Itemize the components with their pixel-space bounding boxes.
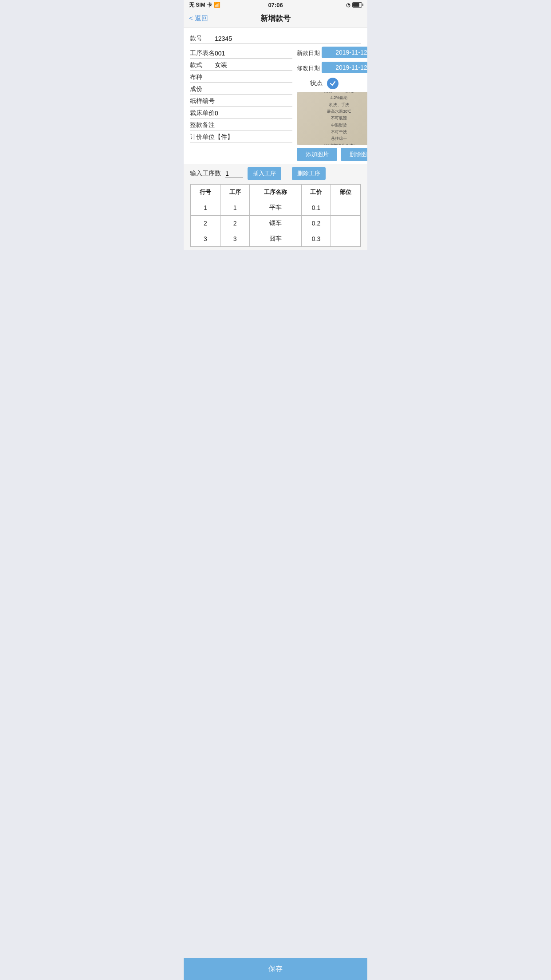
xiugai-row: 修改日期 2019-11-12 [297, 62, 367, 75]
chengfen-field-row: 成份 [190, 83, 292, 95]
battery-icon [352, 2, 362, 8]
kuanshi-label: 款式 [190, 61, 215, 69]
jijia-input[interactable] [215, 134, 292, 141]
caichuang-input[interactable] [215, 110, 292, 117]
th-buwei: 部位 [331, 185, 361, 200]
fabric-image: 成份: 95.8%涤纶4.2%氨纶机洗、手洗最高水温30℃不可氯漂中温熨烫不可干… [297, 92, 367, 145]
delete-process-button[interactable]: 删除工序 [292, 167, 326, 180]
xiugai-label: 修改日期 [297, 64, 320, 72]
td-gongxumingcheng: 平车 [250, 200, 301, 216]
beizhu-field-row: 整款备注 [190, 119, 292, 130]
td-hanghao: 3 [191, 231, 220, 247]
status-right: ◔ [346, 2, 362, 8]
insert-process-button[interactable]: 插入工序 [248, 167, 281, 180]
kuanshi-input[interactable] [215, 62, 292, 69]
battery-fill [353, 3, 359, 7]
th-hanghao: 行号 [191, 185, 220, 200]
status-left: 无 SIM 卡 📶 [189, 1, 220, 9]
td-gongxu: 1 [220, 200, 250, 216]
th-gongjia: 工价 [301, 185, 331, 200]
table-row[interactable]: 1 1 平车 0.1 [191, 200, 361, 216]
td-gongjia: 0.1 [301, 200, 331, 216]
jijia-field-row: 计价单位 [190, 130, 292, 142]
process-input-row: 输入工序数 插入工序 删除工序 [190, 167, 361, 180]
td-gongxu: 2 [220, 216, 250, 231]
td-buwei [331, 231, 361, 247]
fabric-image-content: 成份: 95.8%涤纶4.2%氨纶机洗、手洗最高水温30℃不可氯漂中温熨烫不可干… [297, 92, 367, 145]
add-image-button[interactable]: 添加图片 [297, 148, 337, 161]
status-check[interactable] [327, 78, 338, 89]
delete-image-button[interactable]: 删除图片 [341, 148, 367, 161]
td-gongxu: 3 [220, 231, 250, 247]
image-btn-row: 添加图片 删除图片 [297, 148, 367, 161]
beizhu-label: 整款备注 [190, 121, 215, 129]
th-gongxumingcheng: 工序名称 [250, 185, 301, 200]
zhiyang-field-row: 纸样编号 [190, 95, 292, 107]
td-hanghao: 1 [191, 200, 220, 216]
right-col: 新款日期 2019-11-12 修改日期 2019-11-12 状态 [297, 47, 367, 161]
td-buwei [331, 200, 361, 216]
location-icon: ◔ [346, 2, 350, 8]
wifi-icon: 📶 [214, 2, 220, 8]
table-header: 行号 工序 工序名称 工价 部位 [191, 185, 361, 200]
zhuangtai-row: 状态 [297, 78, 367, 89]
zhiyang-label: 纸样编号 [190, 97, 215, 105]
kuanhao-field-row: 款号 [190, 32, 361, 44]
table-body: 1 1 平车 0.1 2 2 锻车 0.2 3 3 囧车 0.3 [191, 200, 361, 247]
check-icon [329, 80, 336, 87]
th-gongxu: 工序 [220, 185, 250, 200]
process-section: 输入工序数 插入工序 删除工序 行号 工序 工序名称 工价 部位 1 1 平车 … [184, 164, 367, 250]
buzhong-label: 布种 [190, 73, 215, 81]
jijia-label: 计价单位 [190, 133, 215, 141]
kuanhao-label: 款号 [190, 35, 215, 43]
kuanhao-input[interactable] [215, 35, 361, 42]
xinkuan-date-btn[interactable]: 2019-11-12 [322, 47, 367, 58]
mid-section: 工序表名 款式 布种 成份 纸样编号 [190, 44, 361, 164]
bottom-spacer [184, 250, 367, 277]
buzhong-field-row: 布种 [190, 71, 292, 83]
caichuang-field-row: 裁床单价 [190, 107, 292, 119]
back-button[interactable]: < 返回 [189, 14, 208, 23]
beizhu-input[interactable] [215, 122, 292, 129]
gongxu-input[interactable] [215, 50, 292, 57]
xinkuan-row: 新款日期 2019-11-12 [297, 47, 367, 60]
process-count-input[interactable] [225, 170, 243, 178]
page-title: 新增款号 [260, 13, 291, 24]
caichuang-label: 裁床单价 [190, 109, 215, 117]
kuanshi-field-row: 款式 [190, 59, 292, 71]
process-table: 行号 工序 工序名称 工价 部位 1 1 平车 0.1 2 2 锻车 0.2 3… [190, 184, 361, 247]
gongxu-label: 工序表名 [190, 49, 215, 57]
table-row[interactable]: 3 3 囧车 0.3 [191, 231, 361, 247]
xiugai-date-btn[interactable]: 2019-11-12 [322, 62, 367, 73]
td-gongxumingcheng: 锻车 [250, 216, 301, 231]
process-input-label: 输入工序数 [190, 170, 221, 178]
left-col: 工序表名 款式 布种 成份 纸样编号 [190, 47, 292, 161]
status-bar: 无 SIM 卡 📶 07:06 ◔ [184, 0, 367, 10]
table-header-row: 行号 工序 工序名称 工价 部位 [191, 185, 361, 200]
td-gongxumingcheng: 囧车 [250, 231, 301, 247]
td-buwei [331, 216, 361, 231]
process-table-wrap: 行号 工序 工序名称 工价 部位 1 1 平车 0.1 2 2 锻车 0.2 3… [190, 184, 361, 247]
table-row[interactable]: 2 2 锻车 0.2 [191, 216, 361, 231]
zhuangtai-label: 状态 [310, 79, 323, 87]
zhiyang-input[interactable] [215, 98, 292, 105]
buzhong-input[interactable] [215, 74, 292, 81]
carrier-text: 无 SIM 卡 [189, 1, 212, 9]
nav-bar: < 返回 新增款号 [184, 10, 367, 28]
fabric-text: 成份: 95.8%涤纶4.2%氨纶机洗、手洗最高水温30℃不可氯漂中温熨烫不可干… [321, 92, 357, 145]
gongxu-field-row: 工序表名 [190, 47, 292, 59]
td-gongjia: 0.2 [301, 216, 331, 231]
chengfen-label: 成份 [190, 85, 215, 93]
xinkuan-label: 新款日期 [297, 49, 320, 57]
status-time: 07:06 [268, 2, 283, 8]
td-gongjia: 0.3 [301, 231, 331, 247]
chengfen-input[interactable] [215, 86, 292, 93]
td-hanghao: 2 [191, 216, 220, 231]
form-content: 款号 工序表名 款式 布种 成份 [184, 28, 367, 164]
